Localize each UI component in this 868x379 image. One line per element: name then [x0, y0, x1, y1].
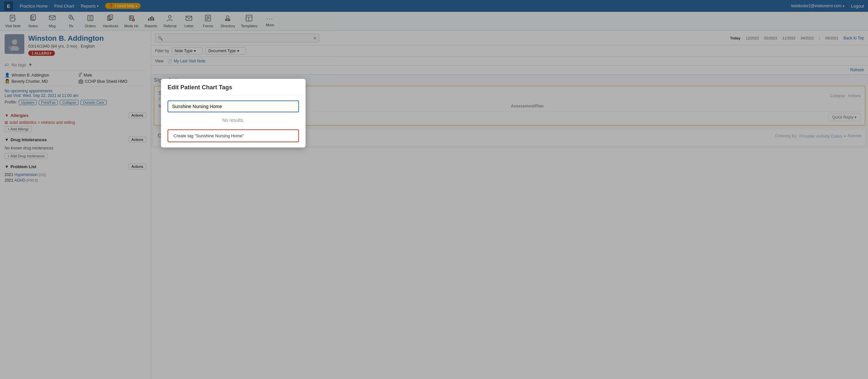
edit-chart-tags-modal: Edit Patient Chart Tags No results. Crea…: [161, 79, 306, 148]
create-tag-value: Sunshine Nursing Home: [196, 133, 243, 138]
modal-overlay[interactable]: Edit Patient Chart Tags No results. Crea…: [0, 0, 868, 379]
create-tag-btn[interactable]: Create tag "Sunshine Nursing Home": [167, 129, 299, 142]
no-results-message: No results.: [167, 112, 299, 128]
tag-input[interactable]: [167, 100, 299, 112]
modal-title: Edit Patient Chart Tags: [161, 79, 306, 95]
